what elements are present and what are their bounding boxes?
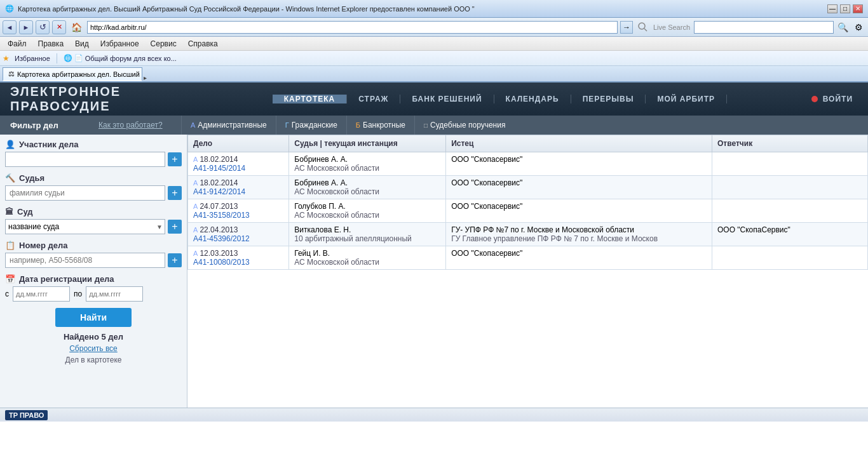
- date-row: с по: [5, 286, 182, 302]
- case-date: 18.02.2014: [200, 155, 238, 164]
- in-card-label: Дел в картотеке: [5, 356, 182, 364]
- plaintiff-cell: ООО "Скопасервис": [446, 199, 712, 223]
- filter-label: Фильтр дел: [0, 121, 98, 130]
- plaintiff-name: ГУ- УПФ РФ №7 по г. Москве и Московской …: [451, 225, 634, 234]
- case-number-link[interactable]: А41-10080/2013: [193, 258, 250, 267]
- case-number-link[interactable]: А41-45396/2012: [193, 234, 250, 243]
- date-from-input[interactable]: [13, 286, 70, 302]
- refresh-button[interactable]: ↺: [36, 20, 50, 34]
- search-button[interactable]: Найти: [55, 308, 132, 327]
- favorites-button[interactable]: Избранное: [12, 54, 53, 63]
- back-button[interactable]: ◄: [3, 20, 17, 34]
- judge-cell: Бобринев А. А.АС Московской области: [289, 176, 446, 199]
- tab-scroll-right[interactable]: ▸: [142, 74, 148, 81]
- live-search-input[interactable]: [694, 21, 834, 34]
- participant-add-button[interactable]: +: [168, 152, 182, 166]
- date-to-label: по: [74, 289, 82, 298]
- judge-icon: 🔨: [5, 173, 15, 183]
- menu-tools[interactable]: Сервис: [146, 38, 182, 50]
- date-to-input[interactable]: [86, 286, 143, 302]
- app-header: ЭЛЕКТРОННОЕ ПРАВОСУДИЕ КАРТОТЕКА СТРАЖ Б…: [0, 83, 868, 116]
- nav-perervy[interactable]: ПЕРЕРЫВЫ: [571, 95, 646, 103]
- case-tab-civil[interactable]: Г Гражданские: [276, 116, 346, 135]
- go-button[interactable]: →: [620, 21, 633, 34]
- participant-input[interactable]: [5, 152, 165, 167]
- address-input[interactable]: [87, 21, 618, 34]
- court-select[interactable]: название суда: [5, 219, 165, 234]
- nav-moi-arbitr[interactable]: МОЙ АРБИТР: [646, 95, 727, 103]
- case-tabs: А Административные Г Гражданские Б Банкр…: [181, 116, 514, 135]
- judge-cell: Гейц И. В.АС Московской области: [289, 246, 446, 270]
- bookmarks-separator: [57, 53, 57, 63]
- civil-tab-icon: Г: [285, 121, 289, 129]
- active-tab[interactable]: ⚖ Картотека арбитражных дел. Высший Арби…: [3, 67, 142, 81]
- case-tab-court[interactable]: □ Судебные поручения: [414, 116, 514, 135]
- address-bar: ◄ ► ↺ ✕ 🏠 → Live Search 🔍 ⚙: [0, 18, 868, 37]
- svg-point-0: [639, 23, 645, 29]
- table-header-row: Дело Судья | текущая инстанция Истец Отв…: [188, 135, 868, 152]
- menu-favorites[interactable]: Избранное: [95, 38, 144, 50]
- tab-bar: ⚖ Картотека арбитражных дел. Высший Арби…: [0, 66, 868, 83]
- reset-link[interactable]: Сбросить все: [5, 344, 182, 353]
- menu-view[interactable]: Вид: [70, 38, 94, 50]
- date-label: 📅 Дата регистрации дела: [5, 274, 182, 284]
- plaintiff-cell: ООО "Скопасервис": [446, 246, 712, 270]
- nav-bank[interactable]: БАНК РЕШЕНИЙ: [400, 95, 494, 103]
- main-nav: КАРТОТЕКА СТРАЖ БАНК РЕШЕНИЙ КАЛЕНДАРЬ П…: [188, 95, 811, 103]
- case-tab-bankrupt[interactable]: Б Банкротные: [346, 116, 414, 135]
- participant-label: 👤 Участник дела: [5, 140, 182, 149]
- stop-button[interactable]: ✕: [52, 20, 66, 34]
- case-number-link[interactable]: А41-35158/2013: [193, 211, 250, 220]
- case-date: 22.04.2013: [200, 225, 238, 234]
- judge-add-button[interactable]: +: [168, 186, 182, 200]
- case-number-label: 📋 Номер дела: [5, 241, 182, 250]
- date-from-label: с: [5, 289, 9, 298]
- case-number-group: 📋 Номер дела +: [5, 241, 182, 268]
- close-button[interactable]: ✕: [853, 4, 863, 13]
- favorites-label: Избранное: [15, 55, 50, 62]
- judge-label: 🔨 Судья: [5, 173, 182, 183]
- table-row: А 18.02.2014А41-9145/2014Бобринев А. А.А…: [188, 152, 868, 176]
- judge-row: +: [5, 185, 182, 201]
- login-button[interactable]: ВОЙТИ: [823, 95, 853, 103]
- bankrupt-tab-label: Банкротные: [363, 121, 405, 130]
- case-number-input[interactable]: [5, 253, 165, 268]
- tools-icon[interactable]: ⚙: [852, 22, 865, 32]
- case-cell: А 18.02.2014А41-9142/2014: [188, 176, 289, 199]
- case-number-link[interactable]: А41-9142/2014: [193, 187, 245, 196]
- participant-icon: 👤: [5, 140, 15, 149]
- nav-kartoteka[interactable]: КАРТОТЕКА: [273, 95, 348, 103]
- date-icon: 📅: [5, 274, 15, 284]
- nav-right: ВОЙТИ: [811, 95, 858, 103]
- table-row: А 22.04.2013А41-45396/2012Виткалова Е. Н…: [188, 223, 868, 246]
- minimize-button[interactable]: —: [827, 4, 837, 13]
- defendant-cell: [712, 199, 867, 223]
- case-number-link[interactable]: А41-9145/2014: [193, 164, 245, 173]
- nav-calendar[interactable]: КАЛЕНДАРЬ: [494, 95, 571, 103]
- nav-strazh[interactable]: СТРАЖ: [347, 95, 400, 103]
- case-number-icon: 📋: [5, 241, 15, 250]
- menu-help[interactable]: Справка: [183, 38, 223, 50]
- forward-button[interactable]: ►: [19, 20, 33, 34]
- court-add-button[interactable]: +: [168, 220, 182, 234]
- how-it-works-link[interactable]: Как это работает?: [98, 121, 181, 130]
- menu-file[interactable]: Файл: [3, 38, 32, 50]
- plaintiff-cell: ГУ- УПФ РФ №7 по г. Москве и Московской …: [446, 223, 712, 246]
- home-icon[interactable]: 🏠: [69, 22, 85, 32]
- bankrupt-tab-icon: Б: [356, 121, 360, 129]
- admin-tab-label: Административные: [198, 121, 266, 130]
- court-name: АС Московской области: [294, 187, 379, 196]
- judge-input[interactable]: [5, 185, 165, 201]
- search-go-icon[interactable]: 🔍: [836, 22, 850, 32]
- left-panel: 👤 Участник дела + 🔨 Судья + 🏛 Суд: [0, 135, 187, 408]
- menu-edit[interactable]: Правка: [33, 38, 69, 50]
- case-number-add-button[interactable]: +: [168, 253, 182, 267]
- bookmark-forum[interactable]: 🌐 📄 Общий форум для всех ко...: [61, 53, 179, 63]
- app-logo: ЭЛЕКТРОННОЕ ПРАВОСУДИЕ: [10, 84, 188, 114]
- case-tab-admin[interactable]: А Административные: [181, 116, 276, 135]
- svg-line-1: [644, 29, 647, 31]
- maximize-button[interactable]: □: [840, 4, 850, 13]
- browser-icon: 🌐: [5, 4, 14, 13]
- court-name: АС Московской области: [294, 258, 379, 267]
- main-area: 👤 Участник дела + 🔨 Судья + 🏛 Суд: [0, 135, 868, 408]
